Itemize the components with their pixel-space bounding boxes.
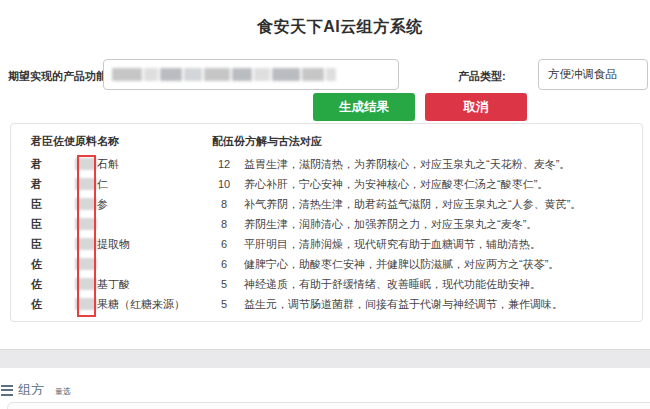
column-header-amount: 配伍份 bbox=[212, 134, 245, 149]
row-amount: 8 bbox=[212, 214, 236, 234]
page-title: 食安天下AI云组方系统 bbox=[30, 17, 650, 38]
cancel-button[interactable]: 取消 bbox=[425, 93, 527, 121]
table-row: 君 石斛 12 益胃生津，滋阴清热，为养阴核心，对应玉泉丸之“天花粉、麦冬”。 bbox=[11, 154, 642, 174]
row-ingredient-suffix: 参 bbox=[97, 194, 108, 214]
row-amount: 6 bbox=[212, 254, 236, 274]
table-row: 佐 果糖（红糖来源） 5 益生元，调节肠道菌群，间接有益于代谢与神经调节，兼作调… bbox=[11, 294, 642, 314]
hamburger-icon bbox=[1, 385, 13, 396]
product-function-label: 期望实现的产品功能 bbox=[8, 69, 107, 84]
column-header-roles: 君臣佐使 bbox=[31, 134, 75, 149]
row-role: 臣 bbox=[31, 194, 42, 214]
row-amount: 12 bbox=[212, 154, 236, 174]
generate-result-button[interactable]: 生成结果 bbox=[313, 93, 415, 121]
row-role: 君 bbox=[31, 174, 42, 194]
column-header-explanation: 方解与古法对应 bbox=[245, 134, 322, 149]
formula-section-label: 组方 bbox=[18, 381, 44, 399]
row-role: 佐 bbox=[31, 254, 42, 274]
table-row: 君 仁 10 养心补肝，宁心安神，为安神核心，对应酸枣仁汤之“酸枣仁”。 bbox=[11, 174, 642, 194]
table-row: 臣 8 养阴生津，润肺清心，加强养阴之力，对应玉泉丸之“麦冬”。 bbox=[11, 214, 642, 234]
section-divider-band bbox=[0, 349, 650, 368]
column-header-ingredient: 原料名称 bbox=[75, 134, 119, 149]
table-row: 佐 6 健脾宁心，助酸枣仁安神，并健脾以防滋腻，对应两方之“茯苓”。 bbox=[11, 254, 642, 274]
row-role: 臣 bbox=[31, 234, 42, 254]
row-ingredient-suffix: 基丁酸 bbox=[97, 274, 130, 294]
row-amount: 8 bbox=[212, 194, 236, 214]
row-role: 臣 bbox=[31, 214, 42, 234]
product-function-input[interactable] bbox=[103, 59, 399, 90]
table-row: 臣 提取物 6 平肝明目，清肺润燥，现代研究有助于血糖调节，辅助清热。 bbox=[11, 234, 642, 254]
row-role: 佐 bbox=[31, 294, 42, 314]
row-explanation: 神经递质，有助于舒缓情绪、改善睡眠，现代功能佐助安神。 bbox=[244, 274, 541, 294]
table-row: 佐 基丁酸 5 神经递质，有助于舒缓情绪、改善睡眠，现代功能佐助安神。 bbox=[11, 274, 642, 294]
row-amount: 6 bbox=[212, 234, 236, 254]
formula-section-toggle[interactable]: 组方 量选 bbox=[1, 380, 71, 400]
row-ingredient-suffix: 石斛 bbox=[97, 154, 119, 174]
row-ingredient-suffix: 提取物 bbox=[97, 234, 130, 254]
row-amount: 5 bbox=[212, 274, 236, 294]
row-explanation: 益胃生津，滋阴清热，为养阴核心，对应玉泉丸之“天花粉、麦冬”。 bbox=[244, 154, 570, 174]
table-row: 臣 参 8 补气养阴，清热生津，助君药益气滋阴，对应玉泉丸之“人参、黄芪”。 bbox=[11, 194, 642, 214]
row-role: 君 bbox=[31, 154, 42, 174]
row-explanation: 健脾宁心，助酸枣仁安神，并健脾以防滋腻，对应两方之“茯苓”。 bbox=[244, 254, 559, 274]
formula-result-panel: 君臣佐使 原料名称 配伍份 方解与古法对应 君 石斛 12 益胃生津，滋阴清热，… bbox=[10, 123, 643, 322]
row-explanation: 平肝明目，清肺润燥，现代研究有助于血糖调节，辅助清热。 bbox=[244, 234, 541, 254]
next-section-panel bbox=[7, 402, 650, 409]
table-body: 君 石斛 12 益胃生津，滋阴清热，为养阴核心，对应玉泉丸之“天花粉、麦冬”。 … bbox=[11, 154, 642, 314]
product-type-input[interactable]: 方便冲调食品 bbox=[538, 59, 648, 90]
row-amount: 5 bbox=[212, 294, 236, 314]
row-explanation: 益生元，调节肠道菌群，间接有益于代谢与神经调节，兼作调味。 bbox=[244, 294, 563, 314]
row-role: 佐 bbox=[31, 274, 42, 294]
row-explanation: 补气养阴，清热生津，助君药益气滋阴，对应玉泉丸之“人参、黄芪”。 bbox=[244, 194, 581, 214]
product-type-label: 产品类型: bbox=[458, 69, 506, 84]
row-explanation: 养阴生津，润肺清心，加强养阴之力，对应玉泉丸之“麦冬”。 bbox=[244, 214, 537, 234]
row-ingredient-suffix: 仁 bbox=[97, 174, 108, 194]
row-amount: 10 bbox=[212, 174, 236, 194]
row-explanation: 养心补肝，宁心安神，为安神核心，对应酸枣仁汤之“酸枣仁”。 bbox=[244, 174, 548, 194]
redacted-input-text bbox=[112, 68, 336, 81]
row-ingredient-suffix: 果糖（红糖来源） bbox=[97, 294, 185, 314]
redaction-annotation-box bbox=[77, 155, 96, 317]
formula-section-subtext[interactable]: 量选 bbox=[55, 386, 71, 397]
